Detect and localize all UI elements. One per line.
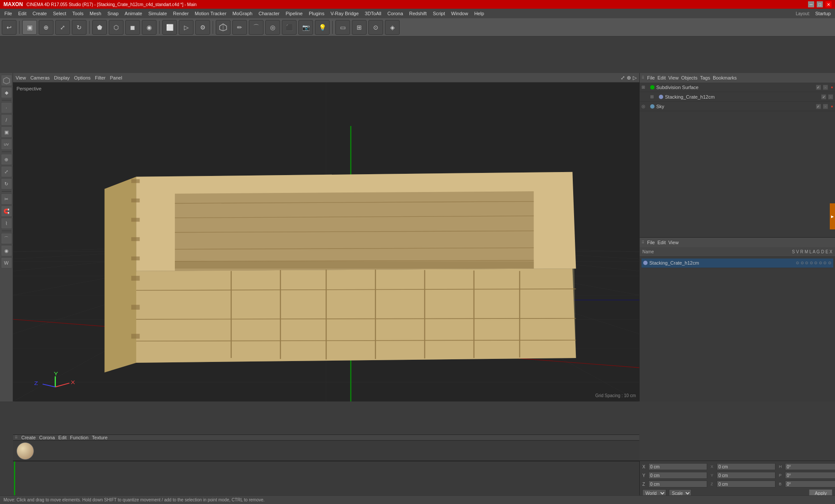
menu-snap[interactable]: Snap [105, 10, 121, 17]
obj-row-subdivision[interactable]: ⊞ Subdivision Surface ✓ · ● [640, 83, 835, 92]
vp-menu-cameras[interactable]: Cameras [30, 75, 50, 80]
coord-h-input[interactable] [785, 463, 835, 470]
close-button[interactable]: ✕ [825, 1, 832, 7]
tool-move[interactable]: ⊕ [1, 154, 12, 165]
objmgr-objects[interactable]: Objects [681, 75, 697, 80]
tool-brush[interactable]: ⌇ [1, 218, 12, 229]
objmgr-tags[interactable]: Tags [700, 75, 710, 80]
prop-edit[interactable]: Edit [658, 240, 666, 245]
camera-button[interactable]: 📷 [298, 20, 313, 35]
mode-select[interactable]: ◆ [1, 87, 12, 98]
viewport[interactable]: X Y Z Perspective Grid Spacing : 10 cm [13, 83, 639, 401]
vp-render-icon[interactable]: ▷ [633, 75, 637, 81]
tool-weight[interactable]: W [1, 257, 12, 269]
menu-character[interactable]: Character [256, 10, 282, 17]
objmgr-file[interactable]: File [647, 75, 655, 80]
tool-poly[interactable]: ▣ [1, 126, 12, 138]
menu-window[interactable]: Window [448, 10, 471, 17]
tool-edge[interactable]: / [1, 114, 12, 126]
menu-script[interactable]: Script [430, 10, 448, 17]
menu-vray[interactable]: V-Ray Bridge [328, 10, 361, 17]
extra-button[interactable]: ◈ [385, 20, 400, 35]
objmgr-edit[interactable]: Edit [658, 75, 666, 80]
right-edge-tab[interactable]: ▶ [830, 203, 835, 229]
cube-button[interactable] [216, 20, 230, 35]
menu-mograph[interactable]: MoGraph [230, 10, 255, 17]
coord-sz-input[interactable] [717, 481, 775, 487]
menu-tools[interactable]: Tools [70, 10, 86, 17]
render-region-button[interactable]: ⬜ [162, 20, 177, 35]
tool-uvw[interactable]: UV [1, 139, 12, 150]
coord-p-input[interactable] [785, 472, 835, 479]
vp-menu-display[interactable]: Display [54, 75, 70, 80]
mat-edit[interactable]: Edit [58, 435, 67, 440]
restore-button[interactable]: □ [817, 1, 823, 7]
minimize-button[interactable]: ─ [808, 1, 814, 7]
coord-sy-input[interactable] [717, 472, 775, 479]
prop-file[interactable]: File [647, 240, 655, 245]
tool-rotate[interactable]: ↻ [1, 178, 12, 189]
grid-button[interactable]: ⊞ [352, 20, 367, 35]
spline-button[interactable]: ⌒ [249, 20, 264, 35]
vp-menu-filter[interactable]: Filter [95, 75, 105, 80]
object-mode-button[interactable]: ◉ [142, 20, 157, 35]
floor-button[interactable]: ▭ [335, 20, 350, 35]
menu-3dto[interactable]: 3DToAll [362, 10, 384, 17]
tool-texture[interactable]: ◉ [1, 245, 12, 256]
coord-sx-input[interactable] [717, 463, 775, 470]
mat-corona[interactable]: Corona [39, 435, 55, 440]
menu-create[interactable]: Create [30, 10, 50, 17]
menu-mesh[interactable]: Mesh [87, 10, 104, 17]
move-tool-button[interactable]: ⊕ [39, 20, 53, 35]
menu-pipeline[interactable]: Pipeline [283, 10, 305, 17]
render-view-button[interactable]: ▷ [179, 20, 194, 35]
tool-scale[interactable]: ⤢ [1, 166, 12, 177]
coord-b-input[interactable] [785, 481, 835, 487]
tool-knife[interactable]: ✂ [1, 193, 12, 205]
menu-select[interactable]: Select [50, 10, 69, 17]
vp-menu-panel[interactable]: Panel [110, 75, 122, 80]
menu-render[interactable]: Render [170, 10, 191, 17]
menu-corona[interactable]: Corona [385, 10, 406, 17]
tool-point[interactable]: · [1, 102, 12, 113]
scale-tool-button[interactable]: ⤢ [55, 20, 70, 35]
mat-create[interactable]: Create [21, 435, 36, 440]
mat-function[interactable]: Function [70, 435, 88, 440]
mode-object[interactable] [1, 75, 12, 86]
menu-redshift[interactable]: Redshift [407, 10, 429, 17]
objmgr-view[interactable]: View [668, 75, 679, 80]
pen-button[interactable]: ✏ [232, 20, 247, 35]
menu-file[interactable]: File [2, 10, 15, 17]
edges-mode-button[interactable]: ⬡ [109, 20, 124, 35]
sky-button[interactable]: ⊙ [368, 20, 383, 35]
obj-row-sky[interactable]: ◎ Sky ✓ · ● [640, 102, 835, 111]
coord-x-input[interactable] [648, 463, 707, 470]
rotate-tool-button[interactable]: ↻ [72, 20, 87, 35]
vp-menu-view[interactable]: View [16, 75, 26, 80]
points-mode-button[interactable]: ⬟ [92, 20, 107, 35]
texture-button[interactable]: ⬛ [282, 20, 297, 35]
undo-button[interactable]: ↩ [2, 20, 17, 35]
menu-animate[interactable]: Animate [122, 10, 145, 17]
select-tool-button[interactable]: ▣ [22, 20, 37, 35]
menu-motion-tracker[interactable]: Motion Tracker [192, 10, 229, 17]
light-button[interactable]: 💡 [315, 20, 330, 35]
render-settings-button[interactable]: ⚙ [195, 20, 210, 35]
menu-plugins[interactable]: Plugins [306, 10, 327, 17]
tool-magnet[interactable]: 🧲 [1, 206, 12, 217]
menu-simulate[interactable]: Simulate [146, 10, 170, 17]
material-button[interactable]: ◎ [265, 20, 280, 35]
vp-menu-options[interactable]: Options [74, 75, 90, 80]
tool-spline[interactable]: ⌒ [1, 233, 12, 244]
obj-row-crate[interactable]: ⊞ Stacking_Crate_h12cm ✓ · [640, 92, 835, 102]
vp-camera-icon[interactable]: ⊕ [627, 75, 631, 81]
prop-row-crate[interactable]: Stacking_Crate_h12cm ⊙ ⊙ ⊙ ⊙ ⊙ ⊙ ⊙ ⊙ [641, 259, 833, 268]
menu-help[interactable]: Help [471, 10, 487, 17]
mat-texture[interactable]: Texture [92, 435, 107, 440]
vp-expand-icon[interactable]: ⤢ [621, 75, 625, 81]
objmgr-bookmarks[interactable]: Bookmarks [713, 75, 737, 80]
prop-view[interactable]: View [668, 240, 679, 245]
layout-startup[interactable]: Startup [813, 10, 833, 17]
polys-mode-button[interactable]: ◼ [125, 20, 140, 35]
menu-edit[interactable]: Edit [16, 10, 29, 17]
